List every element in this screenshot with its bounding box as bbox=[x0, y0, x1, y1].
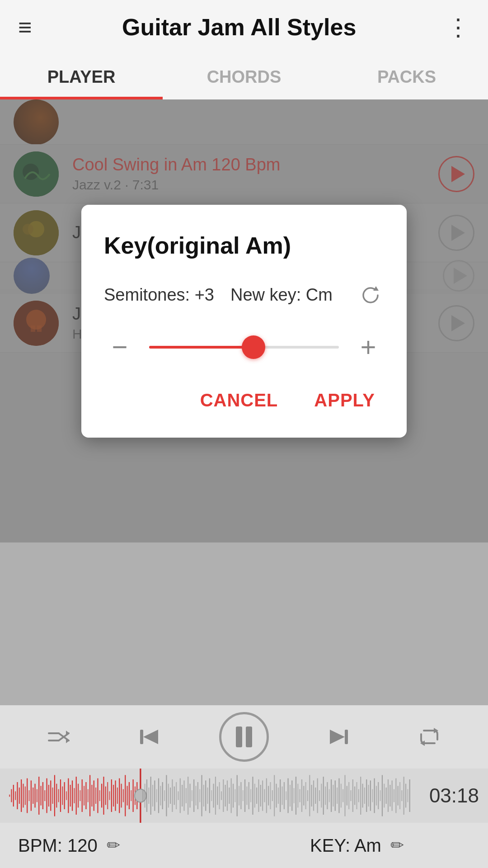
more-icon[interactable]: ⋮ bbox=[446, 15, 470, 39]
svg-rect-196 bbox=[350, 790, 351, 801]
svg-rect-103 bbox=[168, 784, 169, 808]
svg-rect-139 bbox=[239, 786, 239, 805]
bpm-label: BPM: 120 bbox=[18, 835, 98, 856]
pause-button[interactable] bbox=[219, 712, 269, 762]
svg-rect-16 bbox=[140, 730, 143, 744]
svg-rect-57 bbox=[78, 784, 79, 808]
svg-rect-77 bbox=[117, 788, 118, 804]
plus-button[interactable]: + bbox=[352, 331, 384, 363]
hamburger-icon[interactable]: ≡ bbox=[18, 15, 32, 39]
slider-filled bbox=[149, 346, 253, 349]
skip-forward-icon[interactable] bbox=[319, 724, 359, 750]
time-display: 03:18 bbox=[420, 784, 479, 807]
apply-button[interactable]: APPLY bbox=[305, 386, 384, 415]
svg-marker-14 bbox=[66, 731, 70, 736]
svg-rect-226 bbox=[409, 779, 410, 812]
svg-marker-17 bbox=[143, 730, 158, 744]
tab-packs[interactable]: PACKS bbox=[325, 54, 488, 99]
svg-rect-127 bbox=[215, 777, 216, 815]
svg-rect-171 bbox=[301, 779, 302, 812]
svg-rect-43 bbox=[50, 780, 51, 811]
svg-rect-74 bbox=[111, 779, 112, 812]
svg-rect-218 bbox=[394, 789, 394, 802]
svg-rect-175 bbox=[309, 775, 310, 816]
svg-rect-73 bbox=[109, 791, 110, 800]
svg-rect-80 bbox=[123, 789, 124, 802]
tab-player[interactable]: PLAYER bbox=[0, 54, 163, 99]
svg-rect-122 bbox=[205, 780, 206, 811]
svg-rect-168 bbox=[296, 777, 296, 815]
player-controls bbox=[0, 705, 488, 769]
svg-rect-128 bbox=[217, 787, 218, 805]
bpm-edit-icon[interactable]: ✏ bbox=[107, 836, 120, 855]
svg-rect-58 bbox=[80, 790, 80, 801]
shuffle-icon[interactable] bbox=[38, 724, 79, 750]
key-edit-icon[interactable]: ✏ bbox=[390, 836, 404, 855]
svg-rect-164 bbox=[287, 778, 288, 813]
svg-rect-117 bbox=[195, 786, 196, 805]
svg-rect-136 bbox=[233, 784, 234, 808]
svg-rect-189 bbox=[337, 788, 338, 804]
svg-rect-125 bbox=[211, 790, 212, 801]
svg-rect-205 bbox=[368, 785, 369, 807]
svg-rect-145 bbox=[250, 789, 251, 802]
svg-rect-179 bbox=[317, 778, 318, 813]
slider-container[interactable] bbox=[149, 334, 339, 361]
svg-rect-198 bbox=[354, 787, 355, 805]
svg-rect-110 bbox=[182, 785, 183, 807]
svg-rect-81 bbox=[125, 775, 126, 816]
tab-chords[interactable]: CHORDS bbox=[163, 54, 325, 99]
svg-rect-101 bbox=[164, 790, 165, 801]
svg-rect-165 bbox=[290, 785, 291, 807]
svg-rect-55 bbox=[74, 788, 75, 803]
svg-rect-192 bbox=[343, 789, 343, 802]
svg-rect-135 bbox=[231, 778, 232, 813]
svg-rect-178 bbox=[315, 788, 316, 804]
svg-rect-50 bbox=[64, 782, 65, 809]
svg-rect-151 bbox=[262, 780, 263, 811]
svg-rect-177 bbox=[313, 780, 314, 811]
svg-rect-185 bbox=[329, 789, 330, 802]
svg-rect-187 bbox=[333, 785, 333, 807]
modal-actions: CANCEL APPLY bbox=[104, 386, 384, 415]
svg-rect-223 bbox=[404, 777, 404, 815]
svg-rect-83 bbox=[129, 782, 130, 809]
svg-rect-96 bbox=[154, 780, 155, 811]
svg-rect-174 bbox=[307, 790, 308, 801]
waveform-area[interactable]: 03:18 bbox=[0, 769, 488, 823]
cancel-button[interactable]: CANCEL bbox=[191, 386, 287, 415]
svg-rect-140 bbox=[240, 782, 241, 809]
svg-rect-112 bbox=[186, 788, 187, 803]
svg-rect-204 bbox=[366, 779, 367, 812]
svg-rect-85 bbox=[133, 779, 134, 812]
svg-rect-150 bbox=[260, 785, 261, 807]
slider-thumb[interactable] bbox=[242, 335, 265, 359]
svg-rect-173 bbox=[305, 782, 306, 809]
reset-icon[interactable] bbox=[357, 282, 384, 309]
svg-rect-132 bbox=[225, 785, 226, 807]
svg-rect-216 bbox=[389, 785, 390, 807]
svg-rect-40 bbox=[44, 790, 45, 801]
svg-rect-217 bbox=[392, 780, 393, 811]
slider-track bbox=[149, 346, 339, 349]
svg-rect-155 bbox=[270, 782, 271, 809]
svg-rect-68 bbox=[99, 790, 100, 801]
svg-rect-215 bbox=[388, 779, 389, 812]
svg-rect-153 bbox=[266, 778, 267, 813]
svg-rect-41 bbox=[46, 778, 47, 813]
svg-rect-99 bbox=[160, 786, 161, 805]
svg-rect-31 bbox=[27, 778, 28, 813]
minus-button[interactable]: − bbox=[104, 331, 136, 363]
semitones-label: Semitones: +3 bbox=[104, 285, 230, 305]
repeat-icon[interactable] bbox=[409, 724, 450, 750]
svg-rect-172 bbox=[303, 786, 304, 805]
skip-back-icon[interactable] bbox=[129, 724, 169, 750]
player-section: 03:18 BPM: 120 ✏ KEY: Am ✏ bbox=[0, 705, 488, 868]
svg-rect-52 bbox=[68, 778, 69, 813]
svg-rect-141 bbox=[243, 790, 244, 801]
pause-bar-left bbox=[236, 726, 242, 747]
svg-rect-182 bbox=[323, 777, 324, 815]
new-key-label: New key: Cm bbox=[230, 285, 357, 305]
svg-rect-190 bbox=[338, 778, 339, 813]
svg-rect-95 bbox=[152, 785, 153, 807]
